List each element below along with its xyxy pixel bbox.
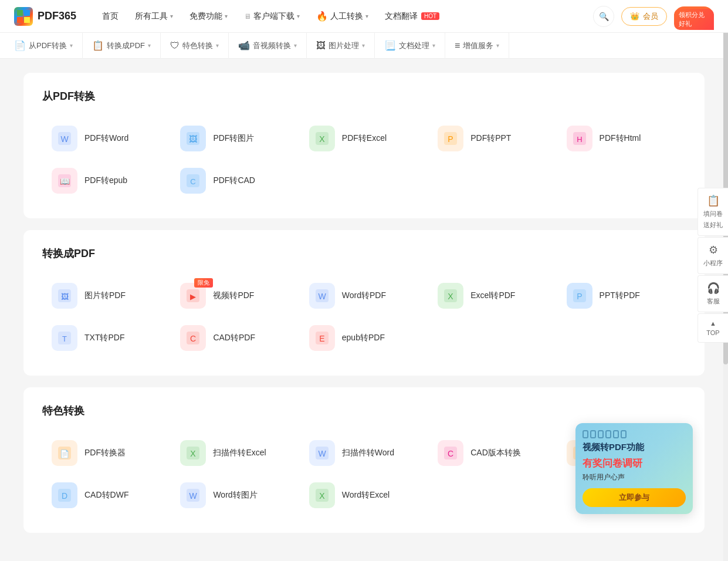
ad-rings bbox=[583, 430, 686, 438]
chevron-down-icon: ▾ bbox=[297, 13, 300, 19]
pdf-to-excel-icon: X bbox=[309, 126, 335, 151]
tool-scan-to-excel[interactable]: X 扫描件转Excel bbox=[171, 432, 299, 474]
pdf-converter-icon: 📄 bbox=[52, 440, 77, 466]
svg-text:🖼: 🖼 bbox=[61, 292, 69, 301]
ring-2 bbox=[590, 430, 596, 438]
section-from-pdf-title: 从PDF转换 bbox=[42, 89, 686, 103]
tool-cad-to-dwf[interactable]: D CAD转DWF bbox=[42, 474, 171, 516]
limited-badge: 限免 bbox=[194, 278, 213, 288]
nav-tools[interactable]: 所有工具 ▾ bbox=[128, 8, 180, 25]
tool-ppt-to-pdf[interactable]: P PPT转PDF bbox=[557, 275, 686, 317]
tool-word-to-image[interactable]: W Word转图片 bbox=[171, 474, 299, 516]
tool-image-to-pdf[interactable]: 🖼 图片转PDF bbox=[42, 275, 171, 317]
subnav-vip[interactable]: ≡ 增值服务 ▾ bbox=[445, 33, 509, 59]
ring-1 bbox=[583, 430, 588, 438]
logo[interactable]: PDF365 bbox=[14, 7, 76, 26]
tool-pdf-to-excel[interactable]: X PDF转Excel bbox=[300, 117, 428, 160]
ring-4 bbox=[605, 430, 611, 438]
tool-pdf-to-image[interactable]: 🖼 PDF转图片 bbox=[171, 117, 299, 160]
nav-home[interactable]: 首页 bbox=[95, 8, 126, 25]
subnav-av[interactable]: 📹 音视频转换 ▾ bbox=[229, 33, 307, 59]
subnav-from-pdf[interactable]: 📄 从PDF转换 ▾ bbox=[14, 33, 83, 59]
subnav-special[interactable]: 🛡 特色转换 ▾ bbox=[161, 33, 229, 59]
mini-program-btn[interactable]: ⚙ 小程序 bbox=[697, 237, 728, 274]
pdf-to-image-icon: 🖼 bbox=[180, 126, 206, 151]
svg-text:W: W bbox=[318, 292, 326, 301]
word-to-excel-icon: X bbox=[309, 482, 335, 508]
nav-translate[interactable]: 文档翻译 HOT bbox=[378, 8, 446, 25]
logo-icon bbox=[14, 7, 33, 26]
tool-pdf-converter[interactable]: 📄 PDF转换器 bbox=[42, 432, 171, 474]
svg-text:X: X bbox=[191, 449, 197, 458]
image-icon: 🖼 bbox=[316, 40, 326, 51]
word-to-pdf-icon: W bbox=[309, 283, 335, 309]
tool-pdf-to-cad[interactable]: C PDF转CAD bbox=[171, 160, 299, 202]
svg-text:📖: 📖 bbox=[60, 177, 70, 187]
survey-btn[interactable]: 📋 填问卷 送好礼 bbox=[697, 188, 728, 236]
tool-cad-to-pdf[interactable]: C CAD转PDF bbox=[171, 317, 299, 359]
ad-subtitle: 有奖问卷调研 bbox=[583, 457, 686, 470]
chevron-down-icon: ▾ bbox=[432, 42, 435, 49]
tool-txt-to-pdf[interactable]: T TXT转PDF bbox=[42, 317, 171, 359]
from-pdf-grid: W PDF转Word 🖼 PDF转图片 X PDF转Excel P bbox=[42, 117, 686, 202]
member-button[interactable]: 👑 会员 bbox=[621, 7, 667, 26]
scan-to-word-icon: W bbox=[309, 440, 335, 466]
scroll-top-btn[interactable]: ▲ TOP bbox=[697, 313, 728, 343]
ring-3 bbox=[598, 430, 604, 438]
svg-text:🖼: 🖼 bbox=[189, 134, 197, 144]
svg-text:E: E bbox=[319, 334, 324, 343]
svg-text:X: X bbox=[319, 134, 325, 144]
top-navigation: PDF365 首页 所有工具 ▾ 免费功能 ▾ 🖥 客户端下载 ▾ 🔥 人工转换… bbox=[0, 0, 728, 33]
headset-icon: 🎧 bbox=[707, 282, 720, 295]
cad-version-icon: C bbox=[438, 440, 463, 466]
service-btn[interactable]: 🎧 客服 bbox=[697, 275, 728, 312]
doc-icon: 📃 bbox=[384, 40, 396, 51]
svg-text:📄: 📄 bbox=[60, 449, 70, 459]
nav-right: 🔍 👑 会员 登录 领积分兑好礼 bbox=[593, 6, 714, 27]
chevron-down-icon: ▾ bbox=[496, 42, 499, 49]
tool-video-to-pdf[interactable]: ▶ 视频转PDF bbox=[171, 275, 299, 317]
section-from-pdf: 从PDF转换 W PDF转Word 🖼 PDF转图片 X PDF转Excel bbox=[23, 73, 705, 218]
subnav-doc[interactable]: 📃 文档处理 ▾ bbox=[375, 33, 445, 59]
svg-text:C: C bbox=[448, 449, 453, 458]
subnav-image[interactable]: 🖼 图片处理 ▾ bbox=[307, 33, 375, 59]
pdf-to-word-icon: W bbox=[52, 126, 77, 151]
ad-cta-button[interactable]: 立即参与 bbox=[583, 488, 686, 507]
chevron-down-icon: ▾ bbox=[225, 13, 228, 19]
chevron-down-icon: ▾ bbox=[148, 42, 151, 49]
svg-text:C: C bbox=[191, 177, 196, 186]
tool-excel-to-pdf[interactable]: X Excel转PDF bbox=[428, 275, 557, 317]
tool-pdf-to-html[interactable]: H PDF转Html bbox=[557, 117, 686, 160]
crown-icon: 👑 bbox=[630, 12, 639, 21]
epub-to-pdf-icon: E bbox=[309, 325, 335, 351]
tool-pdf-to-word[interactable]: W PDF转Word bbox=[42, 117, 171, 160]
tool-scan-to-word[interactable]: W 扫描件转Word bbox=[300, 432, 428, 474]
tool-word-to-pdf[interactable]: W Word转PDF bbox=[300, 275, 428, 317]
ad-desc: 聆听用户心声 bbox=[583, 472, 686, 482]
svg-rect-0 bbox=[17, 10, 23, 16]
subnav-to-pdf[interactable]: 📋 转换成PDF ▾ bbox=[83, 33, 161, 59]
sub-navigation: 📄 从PDF转换 ▾ 📋 转换成PDF ▾ 🛡 特色转换 ▾ 📹 音视频转换 ▾… bbox=[0, 33, 728, 59]
service-label: 客服 bbox=[707, 297, 720, 306]
tool-pdf-to-epub[interactable]: 📖 PDF转epub bbox=[42, 160, 171, 202]
tool-epub-to-pdf[interactable]: E epub转PDF bbox=[300, 317, 428, 359]
nav-items: 首页 所有工具 ▾ 免费功能 ▾ 🖥 客户端下载 ▾ 🔥 人工转换 ▾ 文档翻译… bbox=[95, 7, 593, 25]
redeem-badge[interactable]: 领积分兑好礼 bbox=[674, 9, 714, 30]
ppt-to-pdf-icon: P bbox=[567, 283, 592, 309]
arrow-up-icon: ▲ bbox=[710, 320, 716, 327]
tool-word-to-excel[interactable]: X Word转Excel bbox=[300, 474, 428, 516]
svg-text:T: T bbox=[62, 334, 67, 343]
excel-to-pdf-icon: X bbox=[438, 283, 463, 309]
tool-pdf-to-ppt[interactable]: P PDF转PPT bbox=[428, 117, 557, 160]
tool-cad-version[interactable]: C CAD版本转换 bbox=[428, 432, 557, 474]
nav-human[interactable]: 🔥 人工转换 ▾ bbox=[309, 7, 375, 25]
svg-text:P: P bbox=[448, 134, 453, 144]
search-button[interactable]: 🔍 bbox=[593, 6, 614, 27]
to-pdf-grid: 🖼 图片转PDF 限免 ▶ 视频转PDF W Word转PDF bbox=[42, 275, 686, 359]
nav-download[interactable]: 🖥 客户端下载 ▾ bbox=[237, 8, 307, 25]
nav-free[interactable]: 免费功能 ▾ bbox=[182, 8, 235, 25]
form-icon: 📋 bbox=[707, 194, 720, 207]
pdf-to-cad-icon: C bbox=[180, 168, 206, 194]
svg-text:H: H bbox=[577, 135, 582, 144]
chevron-down-icon: ▾ bbox=[294, 42, 297, 49]
